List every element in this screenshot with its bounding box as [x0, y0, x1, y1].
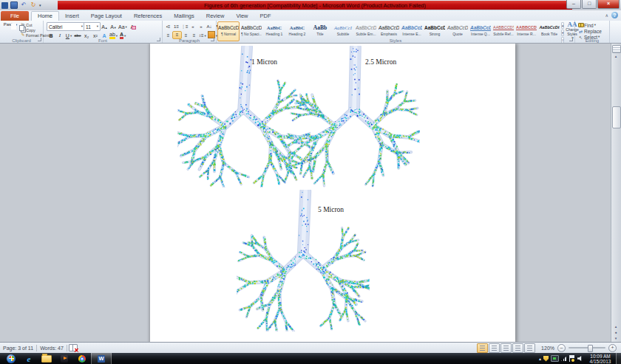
close-button[interactable]: × — [597, 0, 620, 9]
figure-caption[interactable]: 2.5 Micron — [365, 58, 396, 66]
action-center-flag-icon[interactable] — [569, 355, 575, 362]
numbering-button[interactable]: 1≡ — [172, 22, 180, 30]
outline-view-button[interactable] — [512, 343, 523, 353]
media-player-icon — [61, 355, 68, 363]
tab-view[interactable]: View — [230, 11, 254, 21]
font-name-select[interactable]: Calibri ▾ — [47, 22, 85, 31]
multilevel-list-button[interactable]: ⋮≡ — [180, 22, 189, 30]
scrollbar-thumb[interactable] — [612, 106, 621, 128]
tab-review[interactable]: Review — [200, 11, 231, 21]
ruler-toggle-button[interactable] — [612, 45, 621, 53]
undo-button[interactable]: ↶ — [20, 1, 27, 9]
font-dialog-launcher[interactable] — [157, 38, 160, 41]
minimize-button[interactable]: – — [566, 0, 581, 9]
scroll-up-icon[interactable]: ▴ — [611, 54, 620, 58]
collapse-ribbon-button[interactable]: ∧ — [605, 13, 608, 18]
replace-button[interactable]: ⇄Replace — [577, 28, 602, 34]
taskbar-internet-explorer[interactable]: e — [20, 353, 38, 364]
volume-icon[interactable] — [577, 356, 583, 362]
hidden-icons-button[interactable]: ▴ — [539, 356, 541, 362]
security-shield-icon[interactable] — [543, 356, 549, 362]
sort-button[interactable]: A↓ — [206, 22, 214, 30]
redo-button[interactable]: ↻ — [30, 1, 37, 9]
clipboard-dialog-launcher[interactable] — [38, 38, 41, 41]
bronchial-tree-figure[interactable] — [287, 46, 420, 188]
paste-button[interactable]: Paste▾ — [2, 22, 18, 38]
network-icon[interactable] — [561, 356, 567, 361]
clear-formatting-button[interactable]: A — [128, 22, 137, 30]
help-icon[interactable]: ? — [611, 12, 618, 18]
style-name: Heading 2 — [287, 31, 308, 37]
style-preview: AaBbC — [287, 24, 308, 31]
print-layout-view-button[interactable] — [477, 343, 488, 353]
taskbar-word[interactable]: W — [91, 353, 112, 364]
word-application-window: ↶ ↻ ▾ Figures of 6th generation [Compati… — [0, 0, 621, 364]
windows-flag-icon — [9, 356, 14, 361]
show-desktop-button[interactable] — [616, 353, 621, 364]
next-page-button[interactable]: ▾ — [611, 335, 620, 341]
display-icon[interactable] — [551, 355, 559, 362]
styles-dialog-launcher[interactable] — [569, 38, 573, 41]
zoom-level[interactable]: 120% — [541, 346, 554, 351]
fullscreen-reading-view-button[interactable] — [489, 343, 500, 353]
increase-indent-button[interactable]: » — [197, 22, 206, 30]
tab-references[interactable]: References — [128, 11, 168, 21]
previous-page-button[interactable]: ▴ — [611, 323, 620, 329]
proofing-errors-icon[interactable] — [69, 344, 78, 351]
style-name: Title — [310, 31, 330, 37]
style-preview: AaBbCcDc — [241, 24, 262, 31]
paragraph-dialog-launcher[interactable] — [211, 38, 214, 41]
taskbar-apps: eW — [2, 353, 112, 364]
maximize-button[interactable]: □ — [582, 0, 597, 9]
tab-home[interactable]: Home — [31, 11, 59, 21]
shrink-font-button[interactable]: A▾ — [109, 22, 118, 30]
zoom-in-button[interactable]: + — [608, 344, 617, 352]
tab-page-layout[interactable]: Page Layout — [85, 11, 128, 21]
style-name: Intense Q... — [470, 31, 491, 37]
grow-font-button[interactable]: A▴ — [100, 22, 109, 30]
select-browse-object-button[interactable]: ● — [611, 329, 620, 335]
ribbon-filler — [610, 21, 621, 43]
font-size-select[interactable]: 11 ▾ — [84, 22, 101, 31]
taskbar-chrome[interactable] — [73, 353, 91, 364]
tab-pdf[interactable]: PDF — [254, 11, 277, 21]
font-row1: A▴A▾Aa▾A — [100, 22, 137, 30]
tab-insert[interactable]: Insert — [59, 11, 85, 21]
zoom-slider[interactable] — [569, 347, 605, 348]
font-group: Calibri ▾ 11 ▾ A▴A▾Aa▾A BIU▾abex₂x²Aab▾A… — [44, 21, 163, 43]
taskbar-clock[interactable]: 10:09 AM 4/15/2013 — [585, 354, 616, 364]
web-layout-view-button[interactable] — [500, 343, 512, 353]
figure-caption[interactable]: 5 Micron — [318, 206, 344, 213]
bronchial-tree-figure[interactable] — [237, 190, 370, 332]
binoculars-icon — [577, 23, 584, 27]
word-count[interactable]: Words: 47 — [37, 346, 67, 351]
taskbar-media-player[interactable] — [55, 353, 73, 364]
save-button[interactable] — [10, 1, 18, 9]
gallery-up-icon[interactable]: ▴ — [561, 22, 564, 29]
tab-file[interactable]: File — [1, 11, 29, 21]
change-case-button[interactable]: Aa▾ — [118, 22, 128, 30]
qat-customize-button[interactable]: ▾ — [39, 3, 41, 7]
taskbar-explorer[interactable] — [38, 353, 55, 364]
replace-icon: ⇄ — [577, 29, 584, 34]
bullets-button[interactable]: •≡ — [164, 22, 172, 30]
find-button[interactable]: Find▾ — [577, 22, 602, 28]
vertical-scrollbar[interactable]: ▴ ▴ ● ▾ — [611, 44, 621, 343]
style-preview: AaBbC — [264, 24, 285, 31]
figure-caption[interactable]: 1 Micron — [251, 58, 277, 66]
start-button[interactable] — [2, 353, 20, 364]
decrease-indent-button[interactable]: « — [189, 22, 197, 30]
zoom-out-button[interactable]: – — [557, 344, 566, 352]
word-app-icon[interactable] — [1, 2, 8, 9]
draft-view-button[interactable] — [524, 343, 535, 353]
tab-mailings[interactable]: Mailings — [168, 11, 200, 21]
gallery-down-icon[interactable]: ▾ — [561, 30, 564, 36]
zoom-slider-thumb[interactable] — [588, 345, 593, 352]
page-indicator[interactable]: Page: 3 of 11 — [0, 346, 36, 351]
cut-label: Cut — [26, 23, 33, 27]
style-name: Quote — [447, 31, 468, 37]
status-bar: Page: 3 of 11 Words: 47 120% – + — [0, 342, 621, 353]
bullets-icon: •≡ — [166, 24, 171, 30]
window-controls: – □ × — [566, 0, 620, 9]
multilevel-list-icon: ⋮≡ — [181, 24, 189, 30]
